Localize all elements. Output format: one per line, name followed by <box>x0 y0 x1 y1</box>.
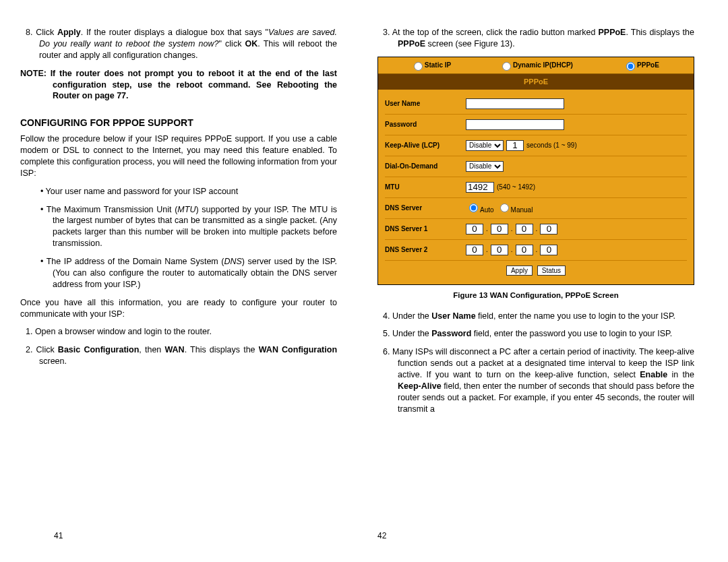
label-mtu: MTU <box>385 183 466 192</box>
dns2-oct3[interactable] <box>516 245 533 255</box>
step-6: 6. Many ISPs will disconnect a PC after … <box>377 346 694 414</box>
radio-dns-auto[interactable]: Auto <box>466 201 494 215</box>
label-keepalive: Keep-Alive (LCP) <box>385 141 466 150</box>
input-username[interactable] <box>466 98 564 109</box>
tab-pppoe[interactable]: PPPoE <box>588 57 694 73</box>
input-keepalive-seconds[interactable] <box>506 140 524 151</box>
step-2: 2. Click Basic Configuration, then WAN. … <box>20 344 337 367</box>
hint-keepalive: seconds (1 ~ 99) <box>526 141 577 150</box>
status-button[interactable]: Status <box>537 266 566 276</box>
hint-mtu: (540 ~ 1492) <box>497 183 535 192</box>
panel-title: PPPoE <box>378 74 694 90</box>
bullet-1: • Your user name and password for your I… <box>53 186 337 197</box>
left-column: 8. Click Apply. If the router displays a… <box>20 27 337 422</box>
label-dns1: DNS Server 1 <box>385 224 466 234</box>
apply-button[interactable]: Apply <box>506 266 533 276</box>
bullet-list: • Your user name and password for your I… <box>20 186 337 290</box>
dns1-oct3[interactable] <box>516 224 533 235</box>
select-keepalive[interactable]: Disable <box>466 140 504 151</box>
input-password[interactable] <box>466 119 564 130</box>
dns1-oct4[interactable] <box>540 224 557 235</box>
tab-static-ip[interactable]: Static IP <box>378 57 483 73</box>
pppoe-screenshot: Static IP Dynamic IP(DHCP) PPPoE PPPoE U… <box>377 57 694 285</box>
section-title: CONFIGURING FOR PPPOE SUPPORT <box>20 117 337 129</box>
dns2-oct1[interactable] <box>466 245 483 255</box>
figure-caption: Figure 13 WAN Configuration, PPPoE Scree… <box>377 290 694 301</box>
label-dns2: DNS Server 2 <box>385 245 466 255</box>
radio-dns-manual[interactable]: Manual <box>497 201 533 215</box>
label-dialondemand: Dial-On-Demand <box>385 162 466 171</box>
step-8: 8. Click Apply. If the router displays a… <box>20 27 337 61</box>
dns2-oct4[interactable] <box>540 245 557 255</box>
label-password: Password <box>385 120 466 129</box>
once-para: Once you have all this information, you … <box>20 297 337 320</box>
step-3: 3. At the top of the screen, click the r… <box>377 27 694 50</box>
page-number-left: 41 <box>54 531 63 540</box>
dns2-oct2[interactable] <box>491 245 508 255</box>
right-column: 3. At the top of the screen, click the r… <box>377 27 694 422</box>
step-4: 4. Under the User Name field, enter the … <box>377 311 694 322</box>
note-reboot: NOTE: If the router does not prompt you … <box>20 68 337 102</box>
tab-dynamic-ip[interactable]: Dynamic IP(DHCP) <box>483 57 588 73</box>
step-5: 5. Under the Password field, enter the p… <box>377 328 694 340</box>
dns1-oct1[interactable] <box>466 224 483 235</box>
step-1: 1. Open a browser window and login to th… <box>20 326 337 338</box>
bullet-2: • The Maximum Transmission Unit (MTU) su… <box>53 204 337 250</box>
input-mtu[interactable] <box>466 182 494 193</box>
page-number-right: 42 <box>377 531 386 540</box>
intro-para: Follow the procedure below if your ISP r… <box>20 133 337 179</box>
select-dialondemand[interactable]: Disable <box>466 161 504 172</box>
label-username: User Name <box>385 99 466 108</box>
bullet-3: • The IP address of the Domain Name Syst… <box>53 256 337 290</box>
label-dns: DNS Server <box>385 204 466 213</box>
dns1-oct2[interactable] <box>491 224 508 235</box>
